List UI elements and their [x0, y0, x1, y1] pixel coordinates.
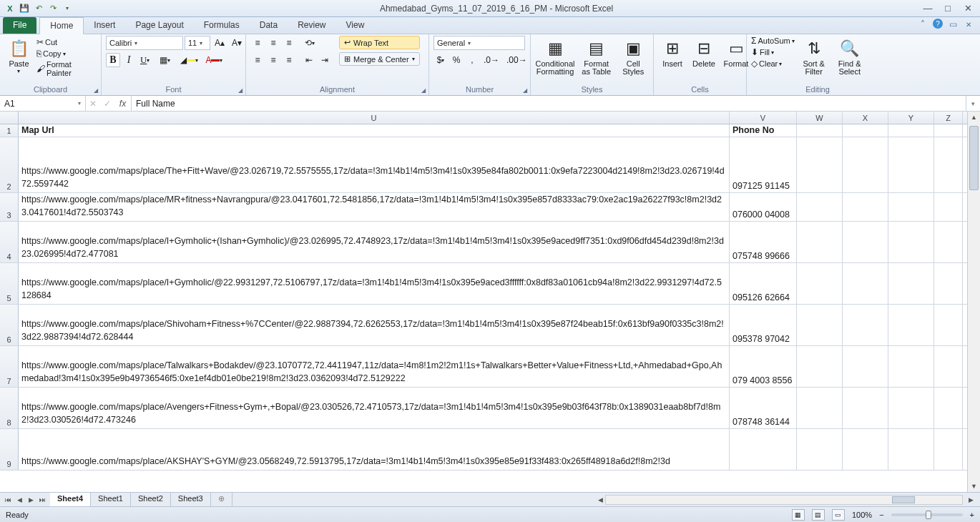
- cell[interactable]: [797, 124, 843, 137]
- cell[interactable]: [843, 388, 888, 428]
- vertical-scrollbar[interactable]: ▲ ▼: [967, 112, 980, 492]
- cell[interactable]: [843, 222, 888, 262]
- tab-formulas[interactable]: Formulas: [194, 17, 250, 34]
- row-header[interactable]: 2: [0, 137, 19, 192]
- minimize-icon[interactable]: —: [923, 4, 933, 14]
- zoom-in-icon[interactable]: +: [970, 511, 974, 519]
- tab-home[interactable]: Home: [39, 17, 84, 34]
- row-header[interactable]: 4: [0, 222, 19, 262]
- number-format-select[interactable]: General▾: [433, 36, 525, 50]
- row-header[interactable]: 3: [0, 193, 19, 221]
- row-header[interactable]: 1: [0, 124, 19, 137]
- cell[interactable]: [934, 346, 963, 387]
- align-middle-icon[interactable]: ≡: [266, 36, 280, 50]
- autosum-button[interactable]: ΣAutoSum▾: [751, 36, 795, 46]
- scroll-thumb[interactable]: [969, 126, 979, 190]
- row-header[interactable]: 8: [0, 388, 19, 428]
- normal-view-icon[interactable]: ▦: [792, 509, 805, 521]
- align-center-icon[interactable]: ≡: [266, 53, 280, 67]
- sort-filter-button[interactable]: ⇅Sort & Filter: [798, 36, 830, 77]
- cell[interactable]: https://www.google.com/maps/place/Avenge…: [19, 388, 730, 428]
- scroll-up-icon[interactable]: ▲: [968, 112, 980, 123]
- col-header-x[interactable]: X: [843, 112, 888, 124]
- clear-button[interactable]: ◇Clear▾: [751, 59, 795, 69]
- col-header-y[interactable]: Y: [888, 112, 934, 124]
- help-icon[interactable]: ?: [933, 19, 943, 29]
- cell[interactable]: [888, 429, 934, 470]
- formula-input[interactable]: Full Name: [132, 96, 966, 111]
- insert-cells-button[interactable]: ⊞Insert: [658, 36, 687, 69]
- cell-styles-button[interactable]: ▣Cell Styles: [617, 36, 649, 77]
- merge-center-button[interactable]: ⊞Merge & Center▾: [339, 52, 420, 66]
- orientation-icon[interactable]: ⟲▾: [302, 36, 318, 50]
- underline-button[interactable]: U▾: [137, 53, 152, 67]
- col-header-u[interactable]: U: [19, 112, 730, 124]
- cell[interactable]: 078748 36144: [730, 388, 797, 428]
- font-name-select[interactable]: Calibri▾: [106, 36, 183, 50]
- italic-button[interactable]: I: [122, 53, 136, 67]
- format-painter-button[interactable]: 🖌Format Painter: [36, 60, 97, 77]
- align-right-icon[interactable]: ≡: [282, 53, 296, 67]
- cell[interactable]: https://www.google.com/maps/place/AKSHAY…: [19, 429, 730, 470]
- conditional-formatting-button[interactable]: ▦Conditional Formatting: [535, 36, 575, 77]
- decrease-decimal-icon[interactable]: .00→: [504, 53, 530, 67]
- cell[interactable]: Phone No: [730, 124, 797, 137]
- sheet-nav-last-icon[interactable]: ⏭: [37, 496, 47, 503]
- qat-dropdown-icon[interactable]: ▾: [62, 3, 73, 14]
- font-color-button[interactable]: A▾: [202, 53, 225, 67]
- col-header-z[interactable]: Z: [934, 112, 963, 124]
- cell[interactable]: [797, 263, 843, 304]
- cell[interactable]: https://www.google.com/maps/place/I+Gymh…: [19, 222, 730, 262]
- hscroll-left-icon[interactable]: ◀: [595, 496, 605, 503]
- cell[interactable]: [934, 305, 963, 345]
- percent-icon[interactable]: %: [449, 53, 464, 67]
- cell[interactable]: https://www.google.com/maps/place/Shivoh…: [19, 305, 730, 345]
- fx-icon[interactable]: fx: [114, 96, 132, 111]
- cell[interactable]: [888, 222, 934, 262]
- page-layout-view-icon[interactable]: ▤: [812, 509, 825, 521]
- sheet-nav-prev-icon[interactable]: ◀: [14, 496, 24, 503]
- borders-button[interactable]: ▦▾: [157, 53, 173, 67]
- align-top-icon[interactable]: ≡: [250, 36, 265, 50]
- paste-button[interactable]: 📋 Paste ▾: [4, 36, 34, 76]
- tab-view[interactable]: View: [336, 17, 375, 34]
- cell[interactable]: [730, 429, 797, 470]
- sheet-tab-sheet4[interactable]: Sheet4: [50, 493, 91, 506]
- number-launcher-icon[interactable]: ◢: [523, 87, 527, 94]
- cell[interactable]: 097125 91145: [730, 137, 797, 192]
- cell[interactable]: [888, 124, 934, 137]
- cell[interactable]: [888, 193, 934, 221]
- fill-color-button[interactable]: ◢▾: [177, 53, 201, 67]
- decrease-indent-icon[interactable]: ⇤: [302, 53, 316, 67]
- decrease-font-icon[interactable]: A▾: [229, 36, 245, 50]
- font-launcher-icon[interactable]: ◢: [238, 87, 242, 94]
- col-header-w[interactable]: W: [797, 112, 843, 124]
- zoom-out-icon[interactable]: −: [879, 511, 883, 519]
- tab-data[interactable]: Data: [250, 17, 288, 34]
- cell[interactable]: [843, 193, 888, 221]
- cell[interactable]: [843, 429, 888, 470]
- cell[interactable]: [797, 305, 843, 345]
- tab-page-layout[interactable]: Page Layout: [125, 17, 193, 34]
- cell[interactable]: 076000 04008: [730, 193, 797, 221]
- save-icon[interactable]: 💾: [19, 3, 30, 14]
- cut-button[interactable]: ✂Cut: [36, 37, 97, 47]
- scroll-down-icon[interactable]: ▼: [968, 481, 980, 492]
- row-header[interactable]: 7: [0, 346, 19, 387]
- cell[interactable]: Map Url: [19, 124, 730, 137]
- fill-button[interactable]: ⬇Fill▾: [751, 47, 795, 57]
- cell[interactable]: 095378 97042: [730, 305, 797, 345]
- page-break-view-icon[interactable]: ▭: [832, 509, 845, 521]
- cell[interactable]: [797, 388, 843, 428]
- cell[interactable]: [797, 429, 843, 470]
- expand-formula-icon[interactable]: ▾: [966, 96, 980, 111]
- comma-icon[interactable]: ,: [465, 53, 479, 67]
- font-size-select[interactable]: 11▾: [185, 36, 210, 50]
- cell[interactable]: [934, 193, 963, 221]
- sheet-tab-sheet3[interactable]: Sheet3: [171, 493, 211, 506]
- cell[interactable]: 079 4003 8556: [730, 346, 797, 387]
- select-all-corner[interactable]: [0, 112, 19, 124]
- increase-indent-icon[interactable]: ⇥: [318, 53, 332, 67]
- cell[interactable]: [797, 222, 843, 262]
- cell[interactable]: [934, 137, 963, 192]
